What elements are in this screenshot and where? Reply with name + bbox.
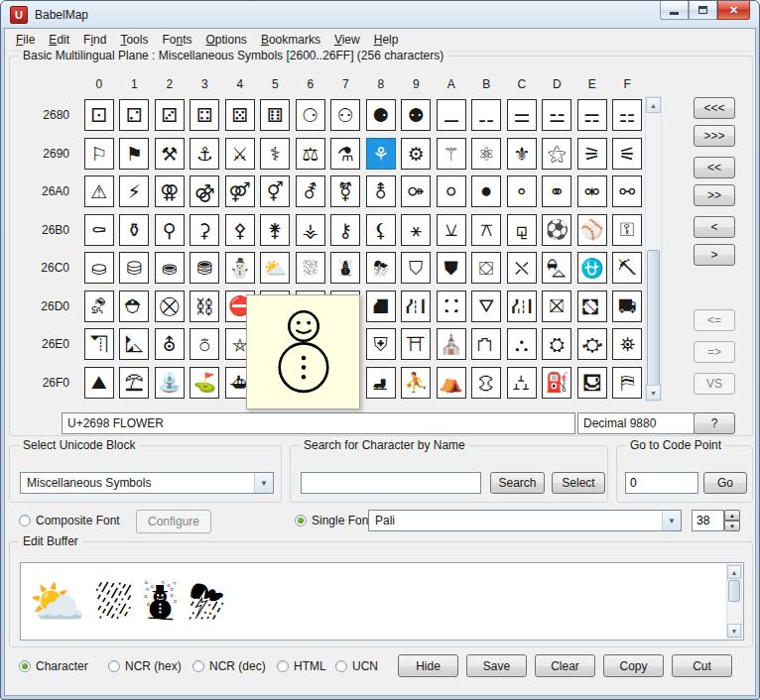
char-cell-26B2[interactable]: ⚲ — [155, 214, 185, 246]
char-cell-26EF[interactable]: ⛯ — [612, 328, 642, 360]
char-cell-268B[interactable]: ⚋ — [471, 99, 501, 131]
scroll-down-icon[interactable]: ▼ — [727, 624, 741, 638]
char-cell-268A[interactable]: ⚊ — [437, 99, 466, 131]
grid-scrollbar-thumb[interactable] — [647, 250, 660, 387]
char-cell-26A8[interactable]: ⚨ — [366, 175, 396, 207]
menu-file[interactable]: File — [9, 30, 42, 50]
char-cell-26F3[interactable]: ⛳ — [190, 367, 219, 399]
single-font-radio[interactable]: Single Font — [295, 514, 372, 527]
char-cell-26A3[interactable]: ⚣ — [190, 175, 219, 207]
char-cell-2680[interactable]: ⚀ — [84, 99, 114, 131]
menu-tools[interactable]: Tools — [113, 30, 155, 50]
char-cell-26D8[interactable]: ⛘ — [366, 291, 396, 322]
char-cell-26ED[interactable]: ⛭ — [542, 328, 571, 360]
char-cell-26DD[interactable]: ⛝ — [542, 291, 571, 322]
char-cell-2689[interactable]: ⚉ — [401, 99, 431, 131]
char-cell-26B8[interactable]: ⚸ — [366, 214, 396, 246]
char-cell-268E[interactable]: ⚎ — [577, 99, 607, 131]
char-cell-26F8[interactable]: ⛸ — [366, 367, 396, 399]
char-cell-26FB[interactable]: ⛻ — [471, 367, 501, 399]
char-cell-26B4[interactable]: ⚴ — [225, 214, 255, 246]
next-block-button[interactable]: >> — [694, 184, 735, 206]
output-mode-ncr-hex[interactable]: NCR (hex) — [108, 659, 182, 673]
close-button[interactable]: ✕ — [717, 1, 750, 20]
char-cell-26E2[interactable]: ⛢ — [155, 328, 185, 360]
menu-options[interactable]: Options — [199, 30, 254, 50]
chevron-down-icon[interactable]: ▼ — [254, 473, 273, 493]
minimize-button[interactable] — [660, 1, 689, 20]
char-cell-2682[interactable]: ⚂ — [155, 99, 185, 131]
char-cell-26DB[interactable]: ⛛ — [471, 291, 501, 322]
char-cell-26CA[interactable]: ⛊ — [437, 252, 466, 284]
char-cell-26C4[interactable]: ⛄ — [225, 252, 255, 284]
menu-bookmarks[interactable]: Bookmarks — [254, 30, 327, 50]
char-cell-2683[interactable]: ⚃ — [190, 99, 219, 131]
edit-buffer-input[interactable]: ⛅⛆⛇⛈ ▲ ▼ — [20, 562, 744, 641]
char-cell-2686[interactable]: ⚆ — [296, 99, 325, 131]
char-cell-2688[interactable]: ⚈ — [366, 99, 396, 131]
char-cell-268D[interactable]: ⚍ — [542, 99, 571, 131]
char-cell-26DA[interactable]: ⛚ — [437, 291, 466, 322]
char-cell-2681[interactable]: ⚁ — [119, 99, 149, 131]
char-cell-26FF[interactable]: ⛿ — [612, 367, 642, 399]
char-cell-26F2[interactable]: ⛲ — [155, 367, 185, 399]
composite-font-radio[interactable]: Composite Font — [19, 514, 120, 527]
unicode-block-select[interactable]: Miscellaneous Symbols ▼ — [20, 472, 274, 494]
next-char-button[interactable]: > — [694, 244, 735, 266]
char-cell-26D1[interactable]: ⛑ — [119, 291, 149, 322]
save-button[interactable]: Save — [466, 654, 527, 677]
char-cell-26CC[interactable]: ⛌ — [507, 252, 537, 284]
char-cell-26FE[interactable]: ⛾ — [577, 367, 607, 399]
char-cell-26B1[interactable]: ⚱ — [119, 214, 149, 246]
font-select[interactable]: Pali ▼ — [368, 510, 682, 531]
char-cell-26FD[interactable]: ⛽ — [542, 367, 571, 399]
edit-buffer-scrollbar-thumb[interactable] — [728, 580, 740, 602]
char-cell-26C5[interactable]: ⛅ — [260, 252, 290, 284]
menu-help[interactable]: Help — [367, 30, 406, 50]
char-cell-26A5[interactable]: ⚥ — [260, 175, 290, 207]
char-cell-2697[interactable]: ⚗ — [330, 138, 360, 170]
clear-button[interactable]: Clear — [535, 654, 595, 677]
char-cell-26BA[interactable]: ⚺ — [437, 214, 466, 246]
output-mode-character[interactable]: Character — [19, 659, 88, 673]
char-cell-26E0[interactable]: ⛠ — [84, 328, 114, 360]
char-cell-26FA[interactable]: ⛺ — [437, 367, 466, 399]
char-cell-269F[interactable]: ⚟ — [612, 138, 642, 170]
char-cell-26DE[interactable]: ⛞ — [577, 291, 607, 322]
char-cell-26BD[interactable]: ⚽ — [542, 214, 571, 246]
char-cell-26BE[interactable]: ⚾ — [577, 214, 607, 246]
char-cell-26D0[interactable]: ⛐ — [84, 291, 114, 322]
font-size-up-icon[interactable]: ▲ — [724, 510, 740, 521]
char-cell-269B[interactable]: ⚛ — [471, 138, 501, 170]
char-cell-26BC[interactable]: ⚼ — [507, 214, 537, 246]
scroll-up-icon[interactable]: ▲ — [646, 97, 661, 113]
char-cell-26C0[interactable]: ⛀ — [84, 252, 114, 284]
char-cell-26EC[interactable]: ⛬ — [507, 328, 537, 360]
char-cell-26CD[interactable]: ⛍ — [542, 252, 571, 284]
char-cell-26AF[interactable]: ⚯ — [612, 175, 642, 207]
char-cell-26C7[interactable]: ⛇ — [330, 252, 360, 284]
char-cell-26D2[interactable]: ⛒ — [155, 291, 185, 322]
copy-button[interactable]: Copy — [603, 654, 664, 677]
menu-view[interactable]: View — [327, 30, 367, 50]
char-cell-26B5[interactable]: ⚵ — [260, 214, 290, 246]
font-size-field[interactable] — [692, 510, 724, 531]
output-mode-ncr-dec[interactable]: NCR (dec) — [192, 659, 266, 673]
char-cell-26EA[interactable]: ⛪ — [437, 328, 466, 360]
char-cell-26CF[interactable]: ⛏ — [612, 252, 642, 284]
char-cell-26AC[interactable]: ⚬ — [507, 175, 537, 207]
char-cell-26B7[interactable]: ⚷ — [330, 214, 360, 246]
search-input[interactable] — [301, 472, 481, 494]
scroll-up-icon[interactable]: ▲ — [727, 565, 741, 579]
char-cell-26F0[interactable]: ⛰ — [84, 367, 114, 399]
char-cell-26B6[interactable]: ⚶ — [296, 214, 325, 246]
char-cell-26A4[interactable]: ⚤ — [225, 175, 255, 207]
char-cell-2687[interactable]: ⚇ — [330, 99, 360, 131]
char-cell-26C2[interactable]: ⛂ — [155, 252, 185, 284]
char-cell-268C[interactable]: ⚌ — [507, 99, 537, 131]
char-cell-26DF[interactable]: ⛟ — [612, 291, 642, 322]
char-cell-268F[interactable]: ⚏ — [612, 99, 642, 131]
char-cell-26E3[interactable]: ⛣ — [190, 328, 219, 360]
char-cell-26BB[interactable]: ⚻ — [471, 214, 501, 246]
char-cell-2693[interactable]: ⚓ — [190, 138, 219, 170]
